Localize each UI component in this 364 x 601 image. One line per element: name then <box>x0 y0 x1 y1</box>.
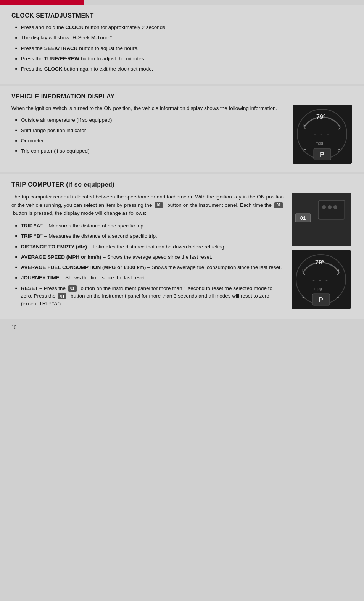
svg-text:H: H <box>338 123 340 127</box>
clock-bold-4: TUNE/FF·REW <box>44 56 79 61</box>
clock-section: CLOCK SET/ADJUSTMENT Press and hold the … <box>0 5 364 84</box>
cluster-display-1: 79° F H - - - mpg E C P <box>293 105 352 164</box>
trip-content-area: The trip computer readout is located bet… <box>11 193 353 310</box>
trip-bullet-trip-a: TRIP “A” – Measures the distance of one … <box>15 222 284 230</box>
svg-text:79°: 79° <box>316 114 325 120</box>
vid-bullet-1: Outside air temperature (if so equipped) <box>15 116 284 124</box>
panel-display-01: 01 <box>292 193 351 246</box>
vid-section: VEHICLE INFORMATION DISPLAY When the ign… <box>0 86 364 172</box>
page-footer: 10 <box>0 321 364 334</box>
svg-text:- - -: - - - <box>312 276 329 284</box>
trip-bullet-trip-b: TRIP “B” – Measures the distance of a se… <box>15 232 284 240</box>
clock-bold-3: SEEK/TRACK <box>44 45 78 51</box>
svg-text:P: P <box>319 151 324 158</box>
vid-bullet-3-text: Odometer <box>21 137 44 145</box>
clock-bullet-2-text: The display will show “H-Seek M-Tune.” <box>21 34 112 42</box>
svg-text:- - -: - - - <box>314 131 330 139</box>
vid-bullet-4: Trip computer (if so equipped) <box>15 147 284 155</box>
svg-text:E: E <box>303 149 306 153</box>
vid-bullet-3: Odometer <box>15 137 284 145</box>
clock-bullet-4: Press the TUNE/FF·REW button to adjust t… <box>15 55 353 63</box>
badge-01-reset-1: 01 <box>68 285 77 292</box>
trip-bullet-avg-fuel: AVERAGE FUEL CONSUMPTION (MPG or l/100 k… <box>15 264 284 271</box>
trip-bullet-dte: DISTANCE TO EMPTY (dte) – Estimates the … <box>15 243 284 251</box>
trip-bullet-dte-text: DISTANCE TO EMPTY (dte) – Estimates the … <box>21 243 225 251</box>
clock-bullet-4-text: Press the TUNE/FF·REW button to adjust t… <box>21 55 145 63</box>
trip-bullet-trip-a-text: TRIP “A” – Measures the distance of one … <box>21 222 145 230</box>
trip-bullet-journey-text: JOURNEY TIME – Shows the time since the … <box>21 274 146 282</box>
svg-rect-15 <box>319 201 344 219</box>
clock-bullet-5: Press the CLOCK button again to exit the… <box>15 65 353 73</box>
page-number: 10 <box>11 325 16 330</box>
badge-01-reset-2: 01 <box>58 293 66 299</box>
clock-bullet-3-text: Press the SEEK/TRACK button to adjust th… <box>21 45 139 52</box>
vid-bullet-1-text: Outside air temperature (if so equipped) <box>21 116 112 124</box>
clock-bold-1: CLOCK <box>65 24 84 30</box>
trip-bullet-list: TRIP “A” – Measures the distance of one … <box>11 222 284 282</box>
svg-text:mpg: mpg <box>314 287 322 291</box>
trip-bullet-avg-speed: AVERAGE SPEED (MPH or km/h) – Shows the … <box>15 253 284 261</box>
trip-bullet-journey: JOURNEY TIME – Shows the time since the … <box>15 274 284 282</box>
clock-bullet-list: Press and hold the CLOCK button for appr… <box>11 24 353 73</box>
svg-text:P: P <box>319 296 323 304</box>
vid-text-area: When the ignition switch is turned to th… <box>11 105 284 164</box>
trip-bullet-avg-speed-text: AVERAGE SPEED (MPH or km/h) – Shows the … <box>21 253 213 261</box>
svg-text:F: F <box>303 123 306 127</box>
trip-reset-list: RESET – Press the 01 button on the instr… <box>11 285 284 308</box>
svg-text:H: H <box>337 269 339 273</box>
badge-01-inline-2: 01 <box>274 202 283 208</box>
clock-bold-5: CLOCK <box>44 66 63 72</box>
trip-intro-para: The trip computer readout is located bet… <box>11 193 284 218</box>
trip-bullet-reset-text: RESET – Press the 01 button on the instr… <box>21 285 284 308</box>
svg-text:mpg: mpg <box>316 141 323 145</box>
panel-svg: 01 <box>292 193 351 246</box>
svg-text:01: 01 <box>300 215 306 221</box>
trip-bullet-avg-fuel-text: AVERAGE FUEL CONSUMPTION (MPG or l/100 k… <box>21 264 282 271</box>
clock-bullet-3: Press the SEEK/TRACK button to adjust th… <box>15 45 353 52</box>
trip-image-area: 01 79° F H - - - mpg <box>292 193 353 310</box>
trip-bullet-trip-b-text: TRIP “B” – Measures the distance of a se… <box>21 232 157 240</box>
clock-bullet-1: Press and hold the CLOCK button for appr… <box>15 24 353 31</box>
trip-text-area: The trip computer readout is located bet… <box>11 193 284 310</box>
svg-point-17 <box>328 205 332 209</box>
trip-bullet-reset: RESET – Press the 01 button on the instr… <box>15 285 284 308</box>
svg-point-18 <box>333 205 337 209</box>
cluster-svg-1: 79° F H - - - mpg E C P <box>293 105 352 164</box>
vid-cluster-image: 79° F H - - - mpg E C P <box>292 105 353 164</box>
red-bar-decoration <box>0 0 84 5</box>
svg-text:F: F <box>302 269 304 273</box>
trip-section: TRIP COMPUTER (if so equipped) The trip … <box>0 174 364 319</box>
svg-text:79°: 79° <box>315 259 324 266</box>
vid-bullet-4-text: Trip computer (if so equipped) <box>21 147 90 155</box>
vid-bullet-2-text: Shift range position indicator <box>21 127 86 134</box>
trip-title: TRIP COMPUTER (if so equipped) <box>11 181 353 188</box>
badge-01-inline-1: 01 <box>155 202 163 208</box>
svg-text:E: E <box>302 294 305 298</box>
svg-text:C: C <box>337 294 339 298</box>
svg-point-16 <box>322 205 326 209</box>
vid-intro: When the ignition switch is turned to th… <box>11 105 284 112</box>
clock-bullet-1-text: Press and hold the CLOCK button for appr… <box>21 24 167 31</box>
svg-text:C: C <box>338 149 340 153</box>
vid-bullet-list: Outside air temperature (if so equipped)… <box>11 116 284 155</box>
vid-title: VEHICLE INFORMATION DISPLAY <box>11 93 353 100</box>
vid-content: When the ignition switch is turned to th… <box>11 105 353 164</box>
clock-bullet-2: The display will show “H-Seek M-Tune.” <box>15 34 353 42</box>
vid-bullet-2: Shift range position indicator <box>15 127 284 134</box>
page: CLOCK SET/ADJUSTMENT Press and hold the … <box>0 0 364 601</box>
clock-title: CLOCK SET/ADJUSTMENT <box>11 12 353 19</box>
clock-bullet-5-text: Press the CLOCK button again to exit the… <box>21 65 153 73</box>
cluster-display-2: 79° F H - - - mpg E C P <box>292 250 351 309</box>
cluster-svg-2: 79° F H - - - mpg E C P <box>292 250 351 309</box>
